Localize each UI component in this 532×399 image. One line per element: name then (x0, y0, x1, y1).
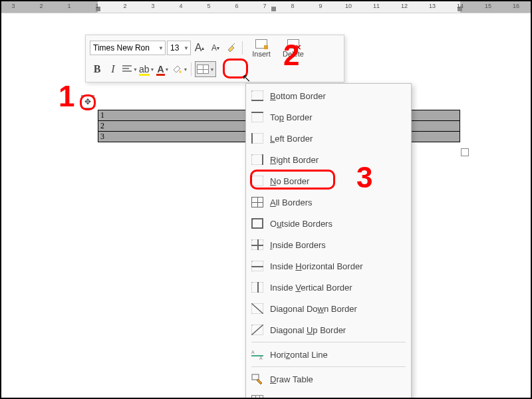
horizontal-ruler: /* ticks via JS below */ 321123456789101… (1, 1, 532, 13)
chevron-down-icon[interactable]: ▼ (182, 45, 190, 51)
gridlines-icon (251, 395, 263, 399)
annotation-box-3 (250, 170, 335, 190)
font-name-combo[interactable]: ▼ (90, 41, 166, 55)
svg-point-0 (179, 70, 182, 73)
menu-item-draw-table[interactable]: Draw Table (246, 368, 411, 390)
diag-down-icon (251, 303, 263, 314)
all-borders-icon (251, 197, 263, 207)
annotation-3: 3 (356, 161, 372, 194)
borders-dropdown-menu: Bottom Border Top Border Left Border Rig… (245, 83, 412, 399)
left-border-icon (251, 133, 263, 144)
diag-up-icon (251, 325, 263, 335)
inside-h-icon (251, 261, 263, 271)
outside-borders-icon (251, 218, 263, 229)
insert-button[interactable]: Insert (246, 38, 277, 58)
chevron-down-icon[interactable]: ▼ (157, 45, 165, 51)
mini-toolbar: ▼ ▼ A▴ A▾ Insert Delete B I (85, 35, 344, 82)
font-size-input[interactable] (168, 43, 182, 53)
svg-text:A: A (251, 350, 255, 354)
bottom-border-icon (251, 90, 263, 101)
align-button[interactable]: ▼ (122, 61, 138, 77)
document-area: ✥ 1 2 3 ▼ ▼ A▴ A▾ Insert (1, 13, 531, 398)
right-border-icon (251, 154, 263, 165)
horiz-line-icon: AA (251, 349, 263, 360)
menu-item-horizontal-line[interactable]: AA Horizontal Line (246, 344, 411, 365)
align-icon (122, 65, 132, 74)
font-name-input[interactable] (90, 43, 157, 53)
borders-button[interactable]: ▼ (195, 61, 216, 77)
svg-text:A: A (259, 356, 263, 360)
bold-button[interactable]: B (90, 61, 104, 77)
top-border-icon (251, 112, 263, 122)
menu-item-left-border[interactable]: Left Border (246, 128, 411, 149)
menu-item-bottom-border[interactable]: Bottom Border (246, 85, 411, 106)
shading-button[interactable]: ▼ (172, 61, 188, 77)
annotation-box-1 (80, 94, 96, 110)
menu-item-diagonal-up[interactable]: Diagonal Up Border (246, 319, 411, 340)
menu-item-view-gridlines[interactable]: View Gridlines (246, 390, 411, 399)
inside-v-icon (251, 282, 263, 293)
italic-button[interactable]: I (106, 61, 120, 77)
highlight-button[interactable]: ab▼ (139, 61, 155, 77)
font-color-button[interactable]: A▼ (156, 61, 170, 77)
svg-line-2 (251, 325, 263, 335)
inside-borders-icon (251, 239, 263, 250)
menu-item-inside-borders[interactable]: Inside Borders (246, 234, 411, 255)
grow-font-button[interactable]: A▴ (192, 40, 207, 56)
menu-separator (251, 342, 406, 342)
table-resize-handle[interactable] (461, 148, 469, 156)
menu-item-right-border[interactable]: Right Border (246, 149, 411, 170)
draw-table-icon (251, 374, 263, 384)
menu-item-all-borders[interactable]: All Borders (246, 192, 411, 213)
annotation-1: 1 (59, 80, 74, 113)
annotation-box-2 (223, 59, 248, 78)
insert-table-icon (255, 39, 267, 49)
menu-item-diagonal-down[interactable]: Diagonal Down Border (246, 298, 411, 319)
menu-item-top-border[interactable]: Top Border (246, 106, 411, 128)
paintbrush-icon (225, 42, 237, 54)
format-painter-button[interactable] (224, 40, 239, 56)
menu-item-outside-borders[interactable]: Outside Borders (246, 213, 411, 234)
annotation-2: 2 (283, 39, 299, 72)
shrink-font-button[interactable]: A▾ (208, 40, 223, 56)
menu-item-inside-vertical[interactable]: Inside Vertical Border (246, 277, 411, 298)
borders-icon (197, 65, 209, 74)
menu-item-inside-horizontal[interactable]: Inside Horizontal Border (246, 255, 411, 277)
menu-separator (251, 366, 406, 367)
insert-label: Insert (252, 50, 271, 58)
paint-bucket-icon (172, 64, 182, 74)
svg-line-1 (251, 303, 263, 314)
font-size-combo[interactable]: ▼ (167, 41, 191, 55)
